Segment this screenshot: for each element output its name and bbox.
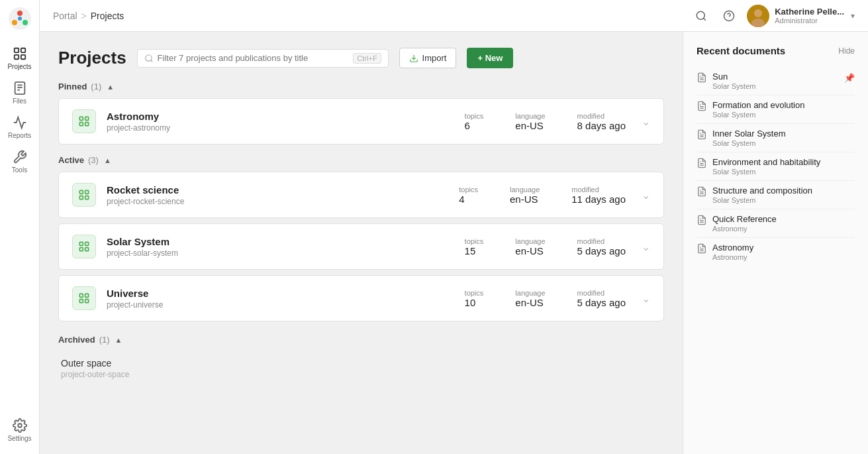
user-chevron-icon: ▾ — [851, 11, 855, 21]
projects-header: Projects Ctrl+F Import — [58, 48, 664, 68]
search-bar-icon — [144, 54, 154, 63]
archived-toggle[interactable]: ▲ — [115, 336, 122, 344]
svg-line-15 — [704, 18, 706, 20]
svg-rect-39 — [85, 300, 89, 303]
project-card[interactable]: Solar System project-solar-system topics… — [58, 223, 664, 270]
sidebar-item-files[interactable]: Files — [0, 76, 39, 110]
project-slug: project-astronomy — [107, 123, 454, 133]
archived-item[interactable]: Outer space project-outer-space — [58, 351, 664, 386]
project-info: Solar System project-solar-system — [107, 236, 454, 258]
topics-group: topics 15 — [465, 237, 484, 256]
project-expand-icon[interactable]: ⌄ — [642, 241, 650, 253]
svg-rect-25 — [79, 123, 83, 126]
doc-name: Quick Reference — [712, 214, 855, 224]
project-expand-icon[interactable]: ⌄ — [642, 292, 650, 305]
svg-point-19 — [754, 9, 762, 17]
topics-group: topics 6 — [465, 112, 484, 131]
project-card[interactable]: Astronomy project-astronomy topics 6 lan… — [58, 98, 664, 144]
search-input[interactable] — [158, 53, 350, 63]
content-area: Projects Ctrl+F Import — [40, 32, 868, 454]
active-toggle[interactable]: ▲ — [104, 156, 111, 164]
doc-item[interactable]: Structure and composition Solar System — [697, 181, 855, 209]
project-meta: topics 4 language en-US modified 11 days… — [459, 186, 626, 205]
import-button[interactable]: Import — [399, 48, 457, 68]
sidebar-item-reports[interactable]: Reports — [0, 110, 39, 144]
active-label: Active — [58, 155, 84, 165]
modified-label: modified — [571, 186, 626, 194]
pinned-label: Pinned — [58, 82, 87, 91]
doc-item[interactable]: Astronomy Astronomy — [697, 238, 855, 266]
svg-rect-32 — [79, 242, 83, 245]
doc-item[interactable]: Formation and evolution Solar System — [697, 95, 855, 124]
app-logo[interactable] — [8, 7, 32, 30]
topics-value: 15 — [465, 245, 484, 256]
modified-value: 8 days ago — [577, 120, 626, 131]
svg-point-14 — [697, 11, 704, 19]
project-icon — [72, 235, 96, 258]
doc-name: Astronomy — [712, 243, 855, 253]
doc-item[interactable]: Environment and habitability Solar Syste… — [697, 152, 855, 181]
doc-icon — [697, 158, 707, 171]
archived-slug: project-outer-space — [61, 370, 661, 379]
search-icon[interactable] — [691, 6, 711, 26]
modified-group: modified 5 days ago — [577, 289, 626, 308]
doc-icon — [697, 186, 707, 199]
search-shortcut: Ctrl+F — [353, 53, 381, 64]
breadcrumb-parent[interactable]: Portal — [53, 11, 77, 21]
hide-link[interactable]: Hide — [838, 46, 855, 56]
project-info: Rocket science project-rocket-science — [107, 184, 448, 206]
doc-icon — [697, 72, 707, 85]
svg-rect-35 — [85, 248, 89, 251]
doc-project: Solar System — [712, 139, 855, 147]
doc-item[interactable]: Sun Solar System 📌 — [697, 67, 855, 95]
page-title: Projects — [58, 48, 126, 68]
user-profile[interactable]: Katherine Pelle... Administrator ▾ — [747, 5, 855, 27]
svg-rect-34 — [85, 242, 89, 245]
archived-section-header: Archived (1) ▲ — [58, 335, 664, 345]
svg-rect-28 — [79, 190, 83, 194]
doc-name: Environment and habitability — [712, 157, 855, 167]
doc-project: Astronomy — [712, 253, 855, 261]
pinned-toggle[interactable]: ▲ — [107, 83, 114, 91]
doc-icon — [697, 243, 707, 256]
language-label: language — [515, 237, 545, 245]
doc-item[interactable]: Inner Solar System Solar System — [697, 124, 855, 152]
archived-count: (1) — [99, 335, 110, 345]
project-slug: project-rocket-science — [107, 197, 448, 206]
doc-text: Astronomy Astronomy — [712, 243, 855, 261]
modified-label: modified — [577, 237, 626, 245]
language-value: en-US — [515, 245, 545, 256]
topics-label: topics — [465, 289, 484, 297]
user-role: Administrator — [775, 17, 844, 25]
doc-name: Sun — [712, 72, 839, 82]
svg-rect-8 — [21, 55, 24, 59]
svg-rect-29 — [79, 196, 83, 199]
doc-project: Astronomy — [712, 225, 855, 233]
svg-point-2 — [12, 20, 17, 25]
project-meta: topics 6 language en-US modified 8 days … — [465, 112, 626, 131]
project-expand-icon[interactable]: ⌄ — [642, 115, 650, 128]
project-expand-icon[interactable]: ⌄ — [642, 189, 650, 201]
project-info: Universe project-universe — [107, 288, 454, 310]
recent-docs-list: Sun Solar System 📌 Formation and evoluti… — [697, 67, 855, 266]
project-card[interactable]: Rocket science project-rocket-science to… — [58, 172, 664, 218]
modified-group: modified 5 days ago — [577, 237, 626, 256]
doc-text: Inner Solar System Solar System — [712, 129, 855, 147]
svg-point-4 — [18, 17, 22, 21]
project-card[interactable]: Universe project-universe topics 10 lang… — [58, 275, 664, 321]
doc-item[interactable]: Quick Reference Astronomy — [697, 209, 855, 238]
sidebar-item-tools[interactable]: Tools — [0, 144, 39, 179]
help-icon[interactable] — [719, 6, 739, 26]
sidebar-item-projects[interactable]: Projects — [0, 41, 39, 76]
sidebar-item-settings[interactable]: Settings — [0, 413, 39, 447]
sidebar: Projects Files Reports Tools Settings — [0, 0, 40, 454]
avatar — [747, 5, 769, 27]
language-group: language en-US — [515, 237, 545, 256]
new-button[interactable]: + New — [467, 48, 513, 68]
breadcrumb: Portal > Projects — [53, 11, 124, 21]
svg-rect-33 — [79, 248, 83, 251]
archived-section: Archived (1) ▲ Outer space project-outer… — [58, 335, 664, 386]
main-area: Portal > Projects — [40, 0, 868, 454]
project-meta: topics 10 language en-US modified 5 days… — [465, 289, 626, 308]
project-slug: project-universe — [107, 300, 454, 310]
